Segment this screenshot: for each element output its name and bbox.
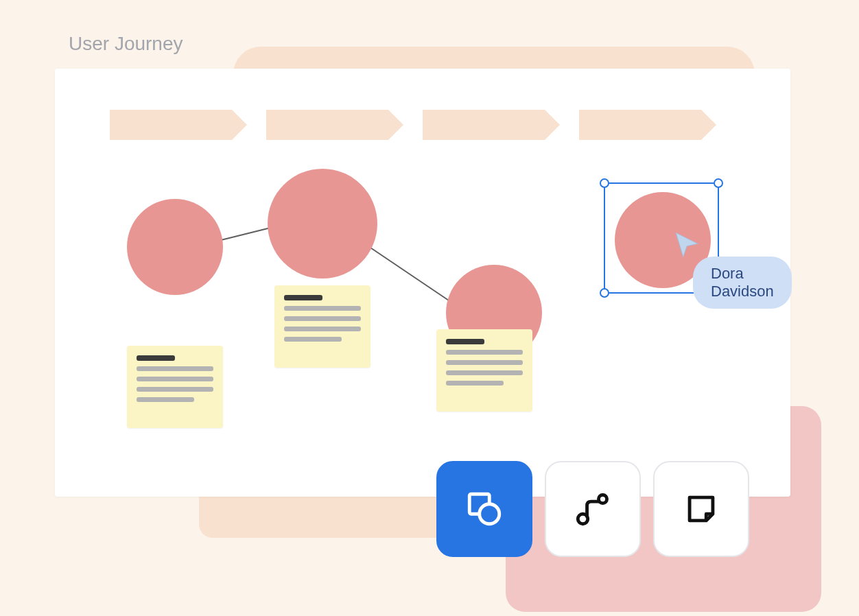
sticky-note-tool-button[interactable] — [653, 461, 749, 557]
collaborator-cursor-icon — [672, 230, 701, 259]
sticky-note[interactable] — [274, 285, 370, 368]
connector-icon — [573, 489, 613, 529]
resize-handle[interactable] — [600, 288, 609, 298]
diagram-canvas[interactable]: Dora Davidson — [55, 69, 790, 497]
resize-handle[interactable] — [600, 178, 609, 188]
svg-point-1 — [480, 504, 499, 524]
sticky-note-icon — [681, 489, 721, 529]
phase-arrow[interactable] — [110, 110, 232, 140]
journey-node[interactable] — [268, 169, 377, 279]
journey-node[interactable] — [127, 199, 223, 295]
collaborator-name: Dora Davidson — [711, 265, 774, 300]
collaborator-badge: Dora Davidson — [693, 257, 792, 309]
connector-tool-button[interactable] — [545, 461, 641, 557]
phase-arrow[interactable] — [579, 110, 701, 140]
sticky-note[interactable] — [127, 346, 223, 428]
resize-handle[interactable] — [714, 178, 723, 188]
shape-tool-button[interactable] — [436, 461, 532, 557]
sticky-note[interactable] — [436, 329, 532, 412]
shape-icon — [464, 489, 504, 529]
toolbar — [436, 461, 749, 557]
page-title: User Journey — [69, 33, 183, 55]
phase-arrow[interactable] — [266, 110, 388, 140]
phase-arrow[interactable] — [423, 110, 545, 140]
